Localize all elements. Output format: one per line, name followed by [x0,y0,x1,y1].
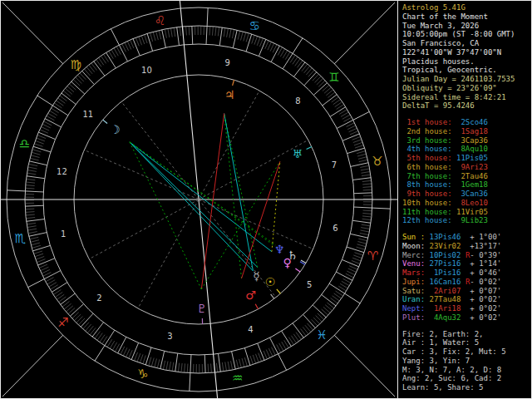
degree-tick [163,361,165,370]
degree-tick [30,158,39,160]
degree-tick [362,216,372,217]
degree-tick [358,157,367,160]
element-tally-block: Fire: 2, Earth: 2,Air : 1, Water: 5Car :… [402,330,531,392]
degree-tick [32,245,50,251]
degree-tick [353,255,362,259]
degree-tick [71,81,85,94]
house-row: 12th house: 9Lib23 [402,216,531,225]
house-number: 12 [57,167,67,176]
sign-divider [278,354,287,371]
house-row: 9th house: 3Can36 [402,190,531,199]
moon-icon: ☽ [110,123,121,136]
degree-tick [149,357,151,367]
degree-tick [162,30,166,48]
house-number: 2 [96,293,101,303]
degree-tick [27,226,37,228]
house-row: 3rd house: 3Cap36 [402,136,531,145]
degree-tick [131,342,139,359]
house-cusp-line [89,200,199,259]
degree-tick [25,209,34,209]
degree-tick [45,119,61,127]
house-cusp-line [138,200,199,308]
degree-tick [206,26,207,44]
degree-tick [347,247,364,253]
degree-tick [74,314,81,321]
info-line: Astrolog 5.41G [402,3,531,12]
degree-tick [225,362,227,371]
degree-tick [208,364,209,373]
degree-tick [29,161,47,165]
info-line: San Francisco, CA [402,39,531,48]
aspect-line-trine [130,142,201,289]
aspect-line-opposition [224,113,254,270]
sign-divider [353,111,370,120]
degree-tick [37,135,46,138]
house-number: 4 [248,325,253,334]
degree-tick [357,154,367,156]
degree-tick [175,353,178,372]
degree-tick [122,44,126,52]
degree-tick [222,362,224,372]
planet-row: Satu: 2Ari07 + 0°07' [402,287,531,296]
degree-tick [27,223,36,224]
degree-tick [38,259,55,265]
degree-tick [211,363,212,372]
degree-tick [246,34,252,52]
virgo-sign-icon: ♍ [70,57,81,72]
venus-tick [295,268,300,272]
degree-tick [350,131,358,135]
degree-tick [362,180,372,181]
cancer-sign-icon: ♋ [249,18,259,33]
house-row: 6th house: 9Ari23 [402,163,531,172]
degree-tick [189,26,190,35]
degree-tick [190,355,191,373]
degree-tick [229,29,231,38]
info-line: Tropical, Geocentric. [402,66,531,75]
degree-tick [42,269,50,273]
degree-tick [259,39,266,56]
degree-tick [170,362,171,371]
neptune-icon: ♆ [274,243,285,256]
degree-tick [26,212,35,213]
degree-tick [70,304,83,317]
house-number: 3 [167,332,172,341]
degree-tick [155,358,157,367]
degree-tick [82,71,95,84]
degree-tick [123,347,127,356]
house-row: 11th house: 11Vir05 [402,208,531,217]
degree-tick [133,39,140,56]
degree-tick [26,182,35,183]
degree-tick [257,37,260,46]
house-number: 8 [295,96,300,106]
chart-wheel: ♈♉♊♋♌♍♎♏♐♑♒♓123456789101112☉☽☿♀♂♃♄♅♆♇ [1,1,397,398]
degree-tick [362,213,372,214]
info-line: 122°41'00"W 37°47'00"N [402,48,531,57]
jupiter-tick [233,80,234,86]
degree-tick [25,205,43,206]
degree-tick [28,232,37,234]
degree-tick [32,150,42,152]
degree-tick [354,207,372,208]
house-row: 7th house: 2Tau46 [402,172,531,181]
planet-row: Uran: 27Tau48 + 0°02' [402,295,531,304]
degree-tick [357,151,366,154]
degree-tick [76,77,82,84]
degree-tick [362,219,372,219]
degree-tick [34,144,42,147]
degree-tick [30,237,39,239]
pisces-sign-icon: ♓ [316,328,327,342]
corner-line [2,2,63,64]
degree-tick [157,359,160,368]
degree-tick [44,271,61,279]
sign-divider [372,208,391,209]
degree-tick [35,140,43,144]
house-row: 2nd house: 1Sag18 [402,127,531,136]
degree-tick [264,351,267,359]
degree-tick [352,136,361,140]
planet-row: Moon: 23Vir02 +13°17' [402,242,531,251]
degree-tick [347,126,356,130]
sign-divider [190,373,190,392]
degree-tick [118,337,126,352]
scorpio-sign-icon: ♏ [14,231,26,246]
sign-divider [111,29,119,46]
